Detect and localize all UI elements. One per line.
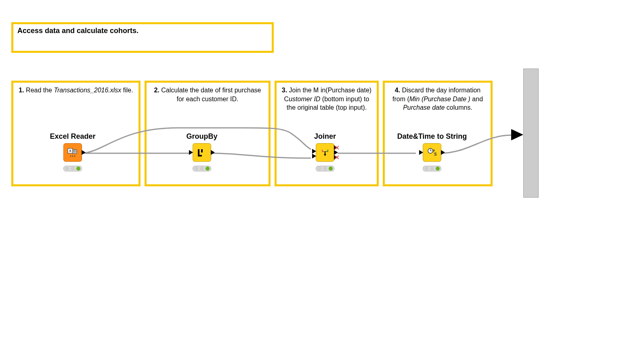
svg-marker-0 [511,129,523,140]
svg-marker-16 [312,154,316,158]
annotation-step-2-text: 2. Calculate the date of first purchase … [151,86,264,103]
node-status [316,166,334,171]
svg-marker-12 [189,150,193,155]
svg-marker-20 [334,150,338,155]
node-excel-reader-icon: X [63,143,82,162]
svg-point-8 [70,156,71,157]
annotation-step-1-text: 1. Read the Transactions_2016.xlsx file. [17,86,134,95]
svg-marker-14 [324,154,326,156]
node-joiner[interactable]: Joiner [299,132,351,171]
node-status [193,166,211,171]
svg-text:X: X [69,149,71,153]
node-excel-reader[interactable]: Excel Reader X [38,132,107,171]
svg-rect-3 [73,150,77,154]
node-label: Excel Reader [38,132,107,141]
svg-marker-28 [419,150,423,155]
workflow-canvas[interactable]: Access data and calculate cohorts. 1. Re… [0,0,644,342]
annotation-header-text: Access data and calculate cohorts. [17,27,268,35]
node-label: GroupBy [174,132,230,141]
node-datetime-icon: S [423,143,441,162]
node-status [423,166,441,171]
annotation-step-3-text: 3. Join the M in(Purchase date) Customer… [281,86,373,112]
workflow-output-bar[interactable] [523,69,539,198]
annotation-step-4-text: 4. Discard the day information from (Min… [389,86,487,112]
node-status [63,166,82,171]
svg-text:S: S [434,152,437,156]
node-datetime-to-string[interactable]: Date&Time to String S [388,132,476,171]
node-groupby[interactable]: GroupBy [174,132,230,171]
svg-point-10 [74,156,76,157]
svg-marker-13 [211,150,215,155]
svg-point-9 [72,156,73,157]
annotation-header: Access data and calculate cohorts. [11,22,274,53]
svg-marker-11 [82,150,86,155]
node-label: Date&Time to String [388,132,476,141]
node-joiner-icon [316,143,334,162]
node-label: Joiner [299,132,351,141]
svg-marker-29 [441,150,445,155]
node-groupby-icon [193,143,211,162]
svg-marker-15 [312,149,316,154]
